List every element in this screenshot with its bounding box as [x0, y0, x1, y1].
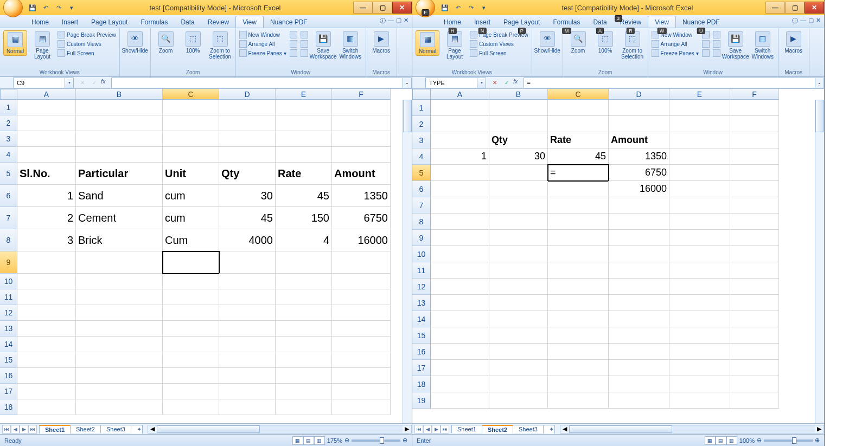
page-break-view-icon[interactable]: ▥	[726, 436, 737, 445]
row-header-18[interactable]: 18	[412, 376, 431, 392]
help-icon[interactable]: ⓘ	[380, 17, 386, 25]
cell-C1[interactable]	[548, 100, 609, 116]
row-header-10[interactable]: 10	[0, 274, 17, 289]
cell-D17[interactable]	[219, 384, 276, 399]
cell-B18[interactable]	[489, 376, 548, 392]
cell-E17[interactable]	[276, 384, 332, 399]
cell-C2[interactable]	[548, 116, 609, 132]
arrange-all-button[interactable]: Arrange All	[239, 40, 286, 48]
cell-B3[interactable]: Qty	[489, 132, 548, 148]
cell-A3[interactable]	[17, 131, 76, 147]
cell-A1[interactable]	[17, 100, 76, 115]
cell-D8[interactable]: 4000	[219, 229, 276, 251]
cell-B15[interactable]	[489, 327, 548, 344]
row-header-4[interactable]: 4	[412, 148, 431, 165]
vertical-scrollbar[interactable]	[815, 100, 824, 423]
sheet-tab-sheet3[interactable]: Sheet3	[513, 425, 544, 433]
normal-view-button[interactable]: ▦Normal	[416, 30, 439, 56]
zoom-slider[interactable]	[352, 439, 400, 442]
sheet-nav-prev-icon[interactable]: ◀	[11, 425, 20, 434]
sheet-tab-sheet2[interactable]: Sheet2	[482, 425, 513, 434]
page-break-preview-button[interactable]: Page Break Preview	[58, 30, 116, 39]
cell-F9[interactable]	[730, 230, 779, 246]
cell-E3[interactable]	[669, 132, 730, 148]
cell-C11[interactable]	[548, 262, 609, 279]
formula-bar[interactable]: =	[524, 77, 815, 88]
cell-C9[interactable]	[548, 230, 609, 246]
cell-C6[interactable]: cum	[163, 185, 219, 207]
qat-redo-icon[interactable]: ↷3	[465, 2, 476, 13]
cell-C11[interactable]	[163, 289, 219, 305]
cell-E2[interactable]	[276, 115, 332, 131]
qat-undo-icon[interactable]: ↶	[40, 2, 51, 13]
cell-E16[interactable]	[669, 344, 730, 360]
qat-customize-icon[interactable]: ▾	[478, 2, 489, 13]
cell-E8[interactable]: 4	[276, 229, 332, 251]
col-header-E[interactable]: E	[276, 89, 332, 100]
col-header-A[interactable]: A	[431, 89, 489, 100]
cell-F11[interactable]	[332, 289, 391, 305]
cell-C15[interactable]	[163, 352, 219, 368]
cell-C2[interactable]	[163, 115, 219, 131]
cell-A2[interactable]	[17, 115, 76, 131]
switch-windows-button[interactable]: ▥Switch Windows	[339, 30, 362, 61]
cell-B9[interactable]	[76, 251, 163, 274]
scroll-right-icon[interactable]: ▶	[403, 425, 411, 432]
cell-B13[interactable]	[489, 295, 548, 311]
cell-A14[interactable]	[431, 311, 489, 327]
scroll-left-icon[interactable]: ◀	[560, 425, 569, 432]
row-header-14[interactable]: 14	[0, 337, 17, 352]
close-button[interactable]: ✕	[805, 2, 824, 14]
row-header-6[interactable]: 6	[412, 181, 431, 197]
cell-A7[interactable]	[431, 197, 489, 214]
cell-C5[interactable]: =	[548, 165, 609, 181]
tab-insert[interactable]: InsertN	[468, 16, 497, 28]
row-header-10[interactable]: 10	[412, 246, 431, 262]
cell-C5[interactable]: Unit	[163, 163, 219, 185]
row-header-13[interactable]: 13	[412, 295, 431, 311]
row-header-19[interactable]: 19	[412, 392, 431, 409]
tab-insert[interactable]: Insert	[55, 16, 85, 28]
cell-C18[interactable]	[548, 376, 609, 392]
cell-E8[interactable]	[669, 214, 730, 230]
freeze-panes-button[interactable]: Freeze Panes ▾	[239, 49, 286, 57]
tab-data[interactable]: Data	[174, 16, 201, 28]
cell-D14[interactable]	[219, 337, 276, 352]
cell-E5[interactable]	[669, 165, 730, 181]
name-box-dropdown[interactable]: ▾	[477, 77, 486, 88]
cell-E18[interactable]	[669, 376, 730, 392]
cell-E15[interactable]	[276, 352, 332, 368]
row-header-7[interactable]: 7	[412, 197, 431, 214]
cell-D1[interactable]	[609, 100, 669, 116]
cell-D7[interactable]	[609, 197, 669, 214]
cell-B11[interactable]	[489, 262, 548, 279]
cell-D2[interactable]	[609, 116, 669, 132]
cell-A8[interactable]: 3	[17, 229, 76, 251]
cell-A12[interactable]	[431, 279, 489, 295]
cell-E18[interactable]	[276, 399, 332, 415]
cell-B2[interactable]	[76, 115, 163, 131]
col-header-B[interactable]: B	[489, 89, 548, 100]
maximize-button[interactable]: ▢	[785, 2, 805, 14]
name-box[interactable]: C9	[13, 77, 65, 88]
cell-E12[interactable]	[669, 279, 730, 295]
cell-B8[interactable]	[489, 214, 548, 230]
cell-C17[interactable]	[548, 360, 609, 376]
row-header-9[interactable]: 9	[412, 230, 431, 246]
cell-E9[interactable]	[669, 230, 730, 246]
cell-E17[interactable]	[669, 360, 730, 376]
cell-D6[interactable]: 16000	[609, 181, 669, 197]
cell-E16[interactable]	[276, 368, 332, 384]
cell-D5[interactable]: Qty	[219, 163, 276, 185]
cell-A9[interactable]	[431, 230, 489, 246]
qat-save-icon[interactable]: 💾1	[439, 2, 450, 13]
cell-E6[interactable]	[669, 181, 730, 197]
zoom-100-button[interactable]: ⬚100%	[181, 30, 205, 55]
page-layout-view-icon[interactable]: ▤	[716, 436, 726, 445]
cell-B5[interactable]: Particular	[76, 163, 163, 185]
cell-E12[interactable]	[276, 305, 332, 321]
row-header-3[interactable]: 3	[0, 131, 17, 147]
cell-D16[interactable]	[219, 368, 276, 384]
macros-button[interactable]: ▶Macros	[369, 30, 393, 55]
name-box[interactable]: TYPE	[425, 77, 477, 88]
